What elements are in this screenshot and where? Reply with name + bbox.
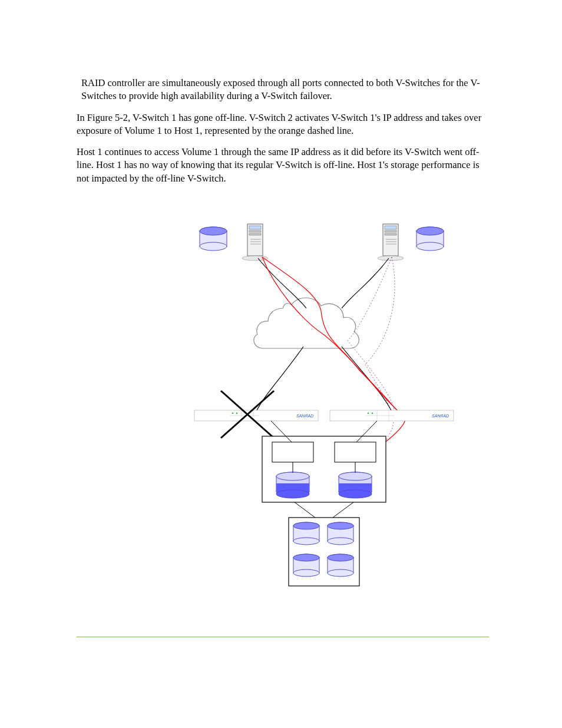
svg-point-69 [293, 554, 319, 561]
network-diagram: SANRAD SANRAD [189, 223, 459, 597]
svg-point-72 [328, 569, 353, 577]
svg-rect-5 [249, 226, 261, 229]
link-line [256, 347, 303, 411]
link-line [342, 258, 389, 308]
svg-point-52 [339, 472, 372, 480]
svg-point-46 [276, 472, 309, 480]
link-line [295, 502, 315, 518]
svg-rect-19 [385, 233, 396, 235]
svg-point-60 [293, 538, 319, 545]
svg-rect-17 [385, 226, 396, 229]
switch-brand-label: SANRAD [296, 414, 313, 418]
svg-rect-39 [272, 442, 313, 462]
volume-icon [416, 227, 444, 251]
svg-rect-6 [249, 230, 261, 232]
svg-point-2 [200, 242, 227, 251]
cloud-icon [254, 298, 359, 348]
svg-point-37 [372, 413, 373, 414]
svg-point-64 [328, 538, 353, 545]
host-pc-icon [378, 224, 404, 261]
svg-point-15 [416, 227, 444, 235]
body-paragraph: Host 1 continues to access Volume 1 thro… [77, 146, 489, 185]
switch-brand-label: SANRAD [432, 414, 449, 418]
volume-icon [200, 227, 227, 251]
svg-point-73 [328, 554, 353, 561]
link-line [333, 502, 353, 518]
svg-point-61 [293, 522, 319, 529]
vswitch-device-icon: SANRAD [330, 410, 454, 421]
raid-controller-icon [262, 421, 386, 502]
svg-rect-7 [249, 233, 261, 235]
svg-point-68 [293, 569, 319, 577]
svg-rect-18 [385, 230, 396, 232]
svg-rect-40 [335, 442, 376, 462]
svg-point-65 [328, 522, 353, 529]
storage-array-icon [289, 518, 359, 586]
host-pc-icon [242, 224, 268, 261]
body-paragraph: In Figure 5-2, V-Switch 1 has gone off-l… [77, 111, 489, 138]
svg-point-28 [232, 413, 233, 414]
svg-point-51 [339, 490, 372, 498]
vswitch-device-icon: SANRAD [194, 410, 318, 421]
link-line [342, 347, 392, 411]
svg-point-14 [416, 242, 444, 251]
body-paragraph: RAID controller are simultaneously expos… [81, 77, 489, 103]
svg-point-45 [276, 490, 309, 498]
svg-point-36 [368, 413, 369, 414]
svg-point-29 [236, 413, 237, 414]
footer-divider [77, 637, 489, 637]
svg-point-3 [200, 227, 227, 235]
